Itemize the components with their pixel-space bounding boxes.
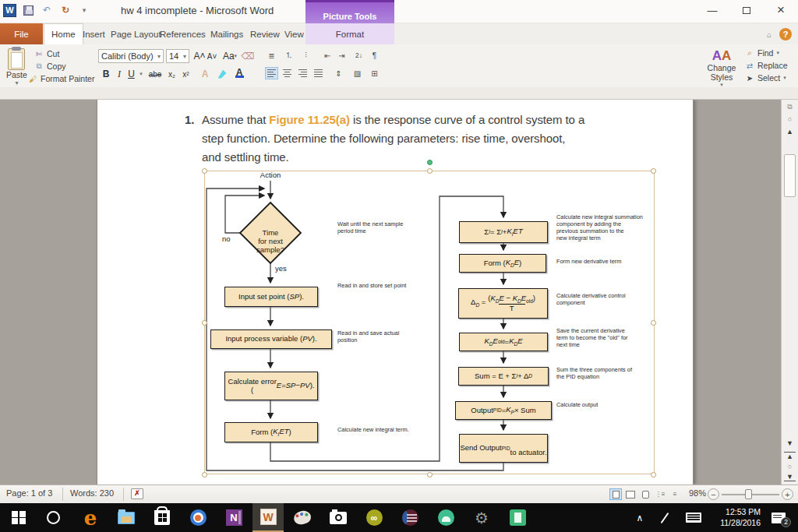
proofing-status-icon[interactable]: ✗ — [131, 488, 143, 499]
taskbar-paint[interactable] — [287, 503, 318, 532]
print-layout-view-button[interactable] — [609, 488, 622, 500]
scroll-down-icon[interactable]: ▼ — [784, 439, 796, 447]
tab-file[interactable]: File — [0, 23, 43, 44]
selection-handle[interactable] — [651, 168, 656, 174]
taskbar-eclipse[interactable] — [394, 503, 425, 532]
borders-button[interactable]: ⊞ — [368, 67, 381, 79]
taskbar-file-explorer[interactable] — [111, 503, 142, 532]
browse-object-icon[interactable]: ○ — [784, 463, 796, 470]
taskbar-arduino[interactable]: ∞ — [358, 503, 390, 532]
zoom-slider-thumb[interactable] — [745, 489, 752, 499]
selection-handle[interactable] — [202, 168, 207, 174]
tab-format[interactable]: Format — [305, 23, 394, 44]
tray-pen-button[interactable] — [655, 503, 675, 532]
help-button[interactable]: ? — [779, 28, 792, 41]
vertical-scrollbar[interactable]: ⧉ ○ ▲ ▼ ▲ ○ ▼ — [781, 100, 798, 484]
cortana-search-button[interactable] — [37, 503, 69, 532]
taskbar-word-active[interactable]: W — [252, 503, 284, 532]
outline-view-button[interactable]: ⋮≡ — [654, 488, 666, 500]
zoom-out-button[interactable]: − — [708, 488, 719, 500]
word-app-icon[interactable]: W — [3, 4, 16, 17]
draft-view-button[interactable]: ≡ — [669, 488, 681, 500]
align-right-button[interactable] — [296, 67, 309, 79]
selection-handle[interactable] — [202, 472, 207, 477]
shading-button[interactable]: ▨ — [351, 67, 364, 79]
cut-button[interactable]: ✄ Cut — [34, 49, 59, 58]
shrink-font-button[interactable]: A˅ — [206, 49, 218, 63]
text-effects-button[interactable]: A — [198, 67, 212, 81]
change-styles-button[interactable]: AA Change Styles ▾ — [706, 48, 737, 88]
taskbar-camera[interactable] — [323, 503, 354, 532]
align-left-button[interactable] — [265, 67, 278, 79]
zoom-level[interactable]: 98% — [689, 488, 706, 498]
flowchart-image[interactable]: Action Time for next sample? no yes Inpu… — [204, 171, 655, 474]
start-button[interactable] — [3, 503, 34, 532]
decrease-indent-button[interactable]: ⇤ — [321, 49, 334, 62]
selection-handle[interactable] — [427, 472, 433, 477]
multilevel-list-button[interactable]: ⫶ — [299, 49, 312, 62]
save-button[interactable] — [21, 3, 35, 17]
selection-handle[interactable] — [427, 168, 433, 174]
paste-button[interactable]: Paste ▾ — [6, 48, 27, 86]
action-center-button[interactable]: 2 — [767, 503, 790, 532]
taskbar-gear-app[interactable]: ⚙ — [466, 503, 497, 532]
scroll-up-icon[interactable]: ▲ — [784, 128, 796, 136]
customize-qat-button[interactable]: ▾ — [77, 3, 91, 17]
undo-button[interactable]: ↶ — [40, 3, 54, 17]
change-case-button[interactable]: Aa▾ — [221, 49, 238, 63]
highlight-button[interactable] — [215, 67, 229, 81]
selection-handle[interactable] — [651, 320, 656, 326]
underline-dropdown-icon[interactable]: ▾ — [137, 67, 145, 81]
ruler-toggle-icon[interactable]: ⧉ — [784, 103, 796, 111]
zoom-in-button[interactable]: + — [782, 488, 793, 500]
format-painter-button[interactable]: 🖌 Format Painter — [28, 74, 94, 83]
align-center-button[interactable] — [281, 67, 294, 79]
taskbar-clock[interactable]: 12:53 PM 11/28/2016 — [708, 503, 761, 532]
find-button[interactable]: ⌕ Find ▾ — [745, 48, 779, 58]
show-formatting-button[interactable]: ¶ — [368, 49, 381, 62]
font-size-combo[interactable]: 14▾ — [166, 49, 189, 63]
web-layout-view-button[interactable] — [639, 488, 651, 500]
next-page-icon[interactable]: ▼ — [784, 473, 796, 481]
minimize-button[interactable]: — — [704, 3, 720, 17]
collapse-ribbon-icon[interactable]: ⌂ — [767, 30, 772, 39]
italic-button[interactable]: I — [114, 67, 125, 81]
numbering-button[interactable]: ⒈ — [282, 49, 295, 62]
tray-keyboard-button[interactable] — [681, 503, 706, 532]
page-indicator[interactable]: Page: 1 of 3 — [6, 488, 52, 498]
pan-icon[interactable]: ○ — [784, 115, 796, 123]
bullets-button[interactable]: ≣ — [265, 49, 278, 62]
tray-show-hidden-icons[interactable]: ∧ — [628, 503, 651, 532]
tab-view[interactable]: View — [277, 23, 311, 44]
underline-button[interactable]: U — [125, 67, 137, 81]
paste-dropdown-icon[interactable]: ▾ — [15, 79, 18, 86]
full-screen-reading-view-button[interactable] — [624, 488, 637, 500]
copy-button[interactable]: ⧉ Copy — [34, 62, 66, 71]
sort-button[interactable]: 2↓ — [352, 49, 365, 62]
taskbar-edge[interactable]: e — [75, 503, 106, 532]
taskbar-store[interactable] — [147, 503, 178, 532]
previous-page-icon[interactable]: ▲ — [784, 452, 796, 460]
taskbar-browser[interactable] — [182, 503, 214, 532]
grow-font-button[interactable]: A˄ — [193, 49, 206, 63]
redo-button[interactable]: ↻ — [58, 3, 72, 17]
scrollbar-thumb[interactable] — [784, 154, 796, 197]
font-family-combo[interactable]: Calibri (Body)▾ — [98, 49, 164, 63]
bold-button[interactable]: B — [100, 67, 112, 81]
select-button[interactable]: ➤ Select ▾ — [745, 73, 786, 83]
subscript-button[interactable]: x₂ — [165, 67, 178, 81]
close-button[interactable]: × — [773, 3, 789, 17]
increase-indent-button[interactable]: ⇥ — [335, 49, 348, 62]
selection-handle[interactable] — [202, 320, 207, 326]
superscript-button[interactable]: x² — [179, 67, 192, 81]
replace-button[interactable]: ⇄ Replace — [745, 61, 788, 70]
taskbar-android-studio[interactable] — [430, 503, 461, 532]
justify-button[interactable] — [312, 67, 325, 79]
font-color-button[interactable]: A — [232, 65, 246, 79]
rotation-handle[interactable] — [427, 160, 433, 165]
clear-formatting-button[interactable]: ⌫ — [242, 49, 254, 63]
line-spacing-button[interactable]: ⇕ — [332, 67, 345, 79]
restore-button[interactable] — [739, 3, 754, 17]
word-count[interactable]: Words: 230 — [70, 488, 114, 498]
selection-handle[interactable] — [651, 472, 656, 477]
